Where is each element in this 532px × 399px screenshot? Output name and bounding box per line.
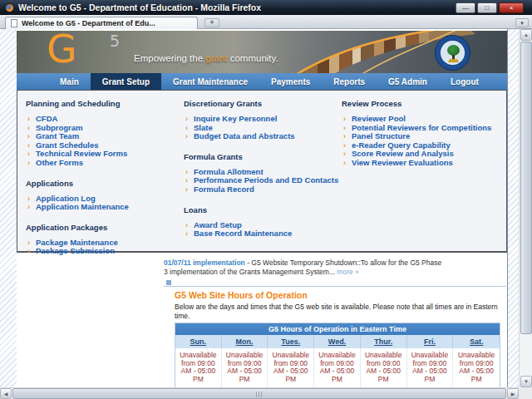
nav-item-logout[interactable]: Logout xyxy=(439,73,490,90)
chevron-right-icon: › xyxy=(342,141,352,150)
menu-heading-loans: Loans xyxy=(184,205,338,214)
window-titlebar: Welcome to G5 - Department of Education … xyxy=(0,0,532,15)
chevron-right-icon: › xyxy=(184,168,194,177)
close-button[interactable]: × xyxy=(499,2,524,13)
browser-window: Welcome to G5 - Department of Education … xyxy=(0,0,532,399)
firefox-icon xyxy=(5,3,14,12)
menu-heading-application-packages: Application Packages xyxy=(26,223,180,232)
chevron-right-icon: › xyxy=(26,195,36,204)
nav-item-g5-admin[interactable]: G5 Admin xyxy=(377,73,439,90)
cell-wed-unavailable: Unavailable from 09:00 AM - 05:00 PM xyxy=(314,348,361,388)
chevron-right-icon: › xyxy=(342,150,352,159)
announcement-more-link[interactable]: more » xyxy=(337,268,358,276)
chevron-right-icon: › xyxy=(26,141,36,150)
menu-heading-discretionary-grants: Discretionary Grants xyxy=(184,99,338,108)
scrollbar-corner xyxy=(519,387,532,399)
menu-link-formula-record[interactable]: ›Formula Record xyxy=(184,185,338,195)
menu-link-base-record-maintenance[interactable]: ›Base Record Maintenance xyxy=(184,229,338,239)
cell-thur-unavailable: Unavailable from 09:00 AM - 05:00 PM xyxy=(361,348,407,388)
announcement-date-link[interactable]: 01/07/11 implementation xyxy=(164,259,245,267)
browser-tab[interactable]: Welcome to G5 - Department of Edu... xyxy=(5,17,198,29)
g5-logo-g: G xyxy=(47,31,76,71)
menu-link-other-forms[interactable]: ›Other Forms xyxy=(26,159,180,168)
chevron-right-icon: › xyxy=(26,159,36,168)
nav-item-grant-setup[interactable]: Grant Setup xyxy=(91,73,161,90)
nav-item-payments[interactable]: Payments xyxy=(259,73,322,90)
main-navigation: Main Grant Setup Grant Maintenance Payme… xyxy=(17,73,507,90)
chevron-right-icon: › xyxy=(184,229,194,239)
list-tabs-button[interactable]: ▾ xyxy=(515,18,529,27)
menu-link-view-reviewer-evaluations[interactable]: ›View Reviewer Evaluations xyxy=(342,159,505,168)
nav-item-reports[interactable]: Reports xyxy=(322,73,377,90)
scroll-left-icon[interactable]: ◀ xyxy=(0,388,12,399)
tab-title: Welcome to G5 - Department of Edu... xyxy=(22,19,155,27)
chevron-right-icon: › xyxy=(342,132,352,141)
cell-sat-unavailable: Unavailable from 09:00 AM - 05:00 PM xyxy=(453,348,500,388)
page-content: G 5 Empowering the grant community. Main… xyxy=(17,29,508,387)
chevron-right-icon: › xyxy=(184,185,194,195)
new-tab-button[interactable]: + xyxy=(204,18,219,27)
window-title: Welcome to G5 - Department of Education … xyxy=(18,2,261,12)
chevron-right-icon: › xyxy=(184,132,194,141)
scroll-down-icon[interactable]: ▼ xyxy=(520,376,532,387)
site-banner: G 5 Empowering the grant community. xyxy=(17,31,507,73)
column-header-tues[interactable]: Tues. xyxy=(268,335,314,348)
vertical-scrollbar[interactable]: ▲ ▼ xyxy=(519,29,532,387)
menu-link-inquire-key-personnel[interactable]: ›Inquire Key Personnel xyxy=(184,115,338,124)
department-of-education-seal-icon xyxy=(435,35,470,71)
chevron-right-icon: › xyxy=(26,150,36,159)
menu-link-application-maintenance[interactable]: ›Application Maintenance xyxy=(26,203,180,212)
menu-link-cfda[interactable]: ›CFDA xyxy=(26,115,180,124)
announcement: 01/07/11 implementation - G5 Website Tem… xyxy=(164,259,446,276)
chevron-right-icon: › xyxy=(26,203,36,212)
hours-intro-text: Below are the days and times that the G5… xyxy=(175,303,509,321)
chevron-right-icon: › xyxy=(184,124,194,133)
menu-column-2: Discretionary Grants ›Inquire Key Person… xyxy=(184,99,338,249)
tab-strip: Welcome to G5 - Department of Edu... + ▾ xyxy=(0,15,532,29)
table-header-row: Sun. Mon. Tues. Wed. Thur. Fri. Sat. xyxy=(175,335,500,348)
chevron-right-icon: › xyxy=(342,115,352,124)
tagline: Empowering the grant community. xyxy=(134,53,278,63)
chevron-right-icon: › xyxy=(184,221,194,230)
menu-heading-applications: Applications xyxy=(26,179,180,188)
nav-item-grant-maintenance[interactable]: Grant Maintenance xyxy=(161,73,259,90)
scroll-right-icon[interactable]: ▶ xyxy=(507,388,519,399)
grant-setup-mega-menu: Planning and Scheduling ›CFDA ›Subprogra… xyxy=(17,90,507,253)
scroll-up-icon[interactable]: ▲ xyxy=(520,29,532,41)
page-icon xyxy=(11,19,17,27)
menu-column-1: Planning and Scheduling ›CFDA ›Subprogra… xyxy=(26,99,180,267)
chevron-right-icon: › xyxy=(26,247,36,256)
chevron-right-icon: › xyxy=(26,115,36,124)
hours-of-operation-table: G5 Hours of Operation in Eastern Time Su… xyxy=(175,323,500,389)
chevron-right-icon: › xyxy=(26,132,36,141)
column-header-fri[interactable]: Fri. xyxy=(407,335,454,348)
maximize-button[interactable]: □ xyxy=(477,2,497,13)
horizontal-scrollbar-thumb[interactable] xyxy=(12,388,506,399)
cell-fri-unavailable: Unavailable from 09:00 AM - 05:00 PM xyxy=(407,348,454,388)
column-header-wed[interactable]: Wed. xyxy=(314,335,361,348)
horizontal-scrollbar[interactable]: ◀ ▶ xyxy=(0,387,519,399)
scrollbar-grip-icon xyxy=(256,392,264,397)
menu-link-budget-data-and-abstracts[interactable]: ›Budget Data and Abstracts xyxy=(184,132,338,141)
cell-sun-unavailable: Unavailable from 09:00 AM - 05:00 PM xyxy=(175,348,222,388)
menu-heading-review-process: Review Process xyxy=(342,99,505,108)
column-header-thur[interactable]: Thur. xyxy=(361,335,407,348)
menu-link-package-submission[interactable]: ›Package Submission xyxy=(26,247,180,256)
vertical-scrollbar-thumb[interactable] xyxy=(520,42,532,334)
menu-column-3: Review Process ›Reviewer Pool ›Potential… xyxy=(342,99,505,179)
menu-link-reviewer-pool[interactable]: ›Reviewer Pool xyxy=(342,115,505,124)
column-header-sat[interactable]: Sat. xyxy=(453,335,500,348)
chevron-right-icon: › xyxy=(26,239,36,248)
chevron-right-icon: › xyxy=(184,115,194,124)
cell-tues-unavailable: Unavailable from 09:00 AM - 05:00 PM xyxy=(268,348,314,388)
divider xyxy=(164,286,506,287)
g5-logo-5: 5 xyxy=(110,32,120,50)
column-header-sun[interactable]: Sun. xyxy=(175,335,222,348)
news-bullet xyxy=(166,280,171,285)
table-body-row: Unavailable from 09:00 AM - 05:00 PM Una… xyxy=(175,348,500,388)
nav-item-main[interactable]: Main xyxy=(48,73,91,90)
chevron-right-icon: › xyxy=(342,159,352,168)
chevron-right-icon: › xyxy=(342,124,352,133)
column-header-mon[interactable]: Mon. xyxy=(222,335,268,348)
minimize-button[interactable]: — xyxy=(456,2,475,13)
